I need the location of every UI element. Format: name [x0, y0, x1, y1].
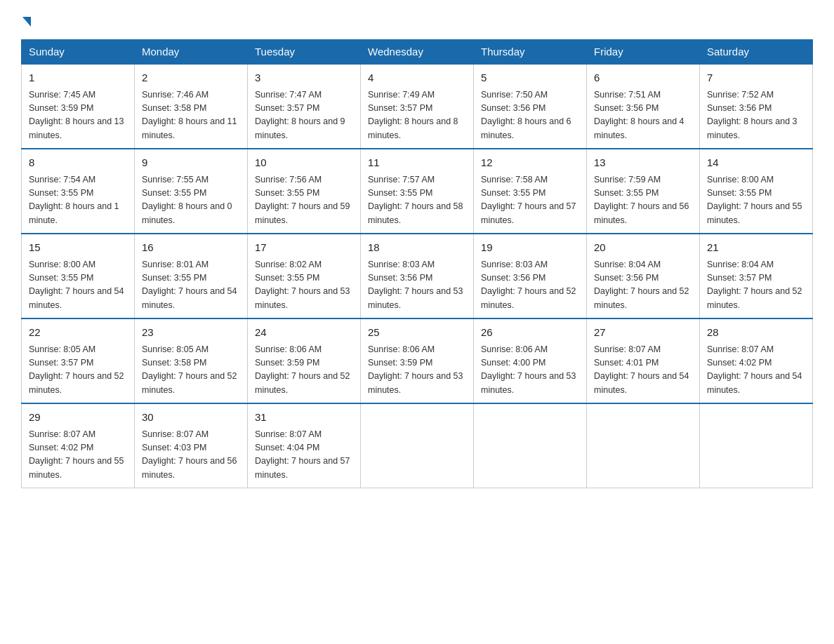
day-number: 27	[594, 325, 692, 341]
day-info: Sunrise: 8:06 AMSunset: 3:59 PMDaylight:…	[368, 343, 466, 398]
calendar-cell: 27Sunrise: 8:07 AMSunset: 4:01 PMDayligh…	[587, 318, 700, 403]
calendar-cell	[474, 403, 587, 488]
day-number: 22	[29, 325, 127, 341]
calendar-cell: 20Sunrise: 8:04 AMSunset: 3:56 PMDayligh…	[587, 234, 700, 318]
col-header-friday: Friday	[587, 40, 700, 65]
day-info: Sunrise: 7:49 AMSunset: 3:57 PMDaylight:…	[368, 88, 466, 143]
calendar-cell: 4Sunrise: 7:49 AMSunset: 3:57 PMDaylight…	[361, 64, 474, 149]
day-info: Sunrise: 8:04 AMSunset: 3:56 PMDaylight:…	[594, 258, 692, 313]
calendar-cell: 29Sunrise: 8:07 AMSunset: 4:02 PMDayligh…	[22, 403, 135, 488]
calendar-cell: 19Sunrise: 8:03 AMSunset: 3:56 PMDayligh…	[474, 234, 587, 318]
day-number: 20	[594, 240, 692, 256]
calendar-cell: 17Sunrise: 8:02 AMSunset: 3:55 PMDayligh…	[248, 234, 361, 318]
day-info: Sunrise: 8:01 AMSunset: 3:55 PMDaylight:…	[142, 258, 240, 313]
calendar-cell: 6Sunrise: 7:51 AMSunset: 3:56 PMDaylight…	[587, 64, 700, 149]
calendar-cell: 16Sunrise: 8:01 AMSunset: 3:55 PMDayligh…	[135, 234, 248, 318]
day-info: Sunrise: 8:05 AMSunset: 3:57 PMDaylight:…	[29, 343, 127, 398]
calendar-cell: 11Sunrise: 7:57 AMSunset: 3:55 PMDayligh…	[361, 149, 474, 234]
day-number: 17	[255, 240, 353, 256]
logo-arrow-icon	[22, 17, 31, 27]
day-number: 7	[707, 70, 805, 86]
calendar-week-row: 22Sunrise: 8:05 AMSunset: 3:57 PMDayligh…	[22, 318, 813, 403]
day-info: Sunrise: 8:07 AMSunset: 4:03 PMDaylight:…	[142, 428, 240, 483]
calendar-cell: 25Sunrise: 8:06 AMSunset: 3:59 PMDayligh…	[361, 318, 474, 403]
calendar-cell: 24Sunrise: 8:06 AMSunset: 3:59 PMDayligh…	[248, 318, 361, 403]
day-info: Sunrise: 8:05 AMSunset: 3:58 PMDaylight:…	[142, 343, 240, 398]
day-number: 18	[368, 240, 466, 256]
calendar-table: SundayMondayTuesdayWednesdayThursdayFrid…	[21, 39, 813, 488]
col-header-wednesday: Wednesday	[361, 40, 474, 65]
day-number: 1	[29, 70, 127, 86]
calendar-cell: 23Sunrise: 8:05 AMSunset: 3:58 PMDayligh…	[135, 318, 248, 403]
day-info: Sunrise: 7:46 AMSunset: 3:58 PMDaylight:…	[142, 88, 240, 143]
day-number: 11	[368, 155, 466, 171]
calendar-cell: 21Sunrise: 8:04 AMSunset: 3:57 PMDayligh…	[700, 234, 813, 318]
calendar-cell: 13Sunrise: 7:59 AMSunset: 3:55 PMDayligh…	[587, 149, 700, 234]
calendar-cell: 3Sunrise: 7:47 AMSunset: 3:57 PMDaylight…	[248, 64, 361, 149]
calendar-week-row: 1Sunrise: 7:45 AMSunset: 3:59 PMDaylight…	[22, 64, 813, 149]
day-info: Sunrise: 8:07 AMSunset: 4:04 PMDaylight:…	[255, 428, 353, 483]
calendar-cell: 31Sunrise: 8:07 AMSunset: 4:04 PMDayligh…	[248, 403, 361, 488]
day-info: Sunrise: 7:54 AMSunset: 3:55 PMDaylight:…	[29, 173, 127, 228]
calendar-cell: 8Sunrise: 7:54 AMSunset: 3:55 PMDaylight…	[22, 149, 135, 234]
day-info: Sunrise: 7:59 AMSunset: 3:55 PMDaylight:…	[594, 173, 692, 228]
calendar-cell: 1Sunrise: 7:45 AMSunset: 3:59 PMDaylight…	[22, 64, 135, 149]
day-info: Sunrise: 8:00 AMSunset: 3:55 PMDaylight:…	[707, 173, 805, 228]
day-number: 8	[29, 155, 127, 171]
calendar-week-row: 15Sunrise: 8:00 AMSunset: 3:55 PMDayligh…	[22, 234, 813, 318]
day-number: 12	[481, 155, 579, 171]
col-header-sunday: Sunday	[22, 40, 135, 65]
day-number: 9	[142, 155, 240, 171]
day-info: Sunrise: 7:56 AMSunset: 3:55 PMDaylight:…	[255, 173, 353, 228]
calendar-cell: 12Sunrise: 7:58 AMSunset: 3:55 PMDayligh…	[474, 149, 587, 234]
calendar-cell	[361, 403, 474, 488]
calendar-week-row: 8Sunrise: 7:54 AMSunset: 3:55 PMDaylight…	[22, 149, 813, 234]
calendar-cell	[587, 403, 700, 488]
day-info: Sunrise: 8:07 AMSunset: 4:01 PMDaylight:…	[594, 343, 692, 398]
calendar-cell: 7Sunrise: 7:52 AMSunset: 3:56 PMDaylight…	[700, 64, 813, 149]
day-number: 3	[255, 70, 353, 86]
day-number: 25	[368, 325, 466, 341]
calendar-cell: 15Sunrise: 8:00 AMSunset: 3:55 PMDayligh…	[22, 234, 135, 318]
calendar-cell: 10Sunrise: 7:56 AMSunset: 3:55 PMDayligh…	[248, 149, 361, 234]
day-info: Sunrise: 8:06 AMSunset: 3:59 PMDaylight:…	[255, 343, 353, 398]
day-number: 5	[481, 70, 579, 86]
day-info: Sunrise: 7:55 AMSunset: 3:55 PMDaylight:…	[142, 173, 240, 228]
calendar-cell: 28Sunrise: 8:07 AMSunset: 4:02 PMDayligh…	[700, 318, 813, 403]
day-info: Sunrise: 8:03 AMSunset: 3:56 PMDaylight:…	[368, 258, 466, 313]
logo	[21, 14, 31, 27]
day-info: Sunrise: 8:06 AMSunset: 4:00 PMDaylight:…	[481, 343, 579, 398]
calendar-cell	[700, 403, 813, 488]
day-number: 24	[255, 325, 353, 341]
col-header-saturday: Saturday	[700, 40, 813, 65]
day-number: 30	[142, 410, 240, 426]
day-info: Sunrise: 7:47 AMSunset: 3:57 PMDaylight:…	[255, 88, 353, 143]
day-number: 26	[481, 325, 579, 341]
col-header-monday: Monday	[135, 40, 248, 65]
day-number: 23	[142, 325, 240, 341]
day-number: 4	[368, 70, 466, 86]
day-number: 2	[142, 70, 240, 86]
calendar-cell: 5Sunrise: 7:50 AMSunset: 3:56 PMDaylight…	[474, 64, 587, 149]
day-info: Sunrise: 7:51 AMSunset: 3:56 PMDaylight:…	[594, 88, 692, 143]
day-info: Sunrise: 8:03 AMSunset: 3:56 PMDaylight:…	[481, 258, 579, 313]
calendar-cell: 14Sunrise: 8:00 AMSunset: 3:55 PMDayligh…	[700, 149, 813, 234]
day-info: Sunrise: 7:52 AMSunset: 3:56 PMDaylight:…	[707, 88, 805, 143]
day-number: 29	[29, 410, 127, 426]
day-number: 10	[255, 155, 353, 171]
day-info: Sunrise: 8:07 AMSunset: 4:02 PMDaylight:…	[707, 343, 805, 398]
calendar-cell: 22Sunrise: 8:05 AMSunset: 3:57 PMDayligh…	[22, 318, 135, 403]
day-info: Sunrise: 7:45 AMSunset: 3:59 PMDaylight:…	[29, 88, 127, 143]
day-number: 28	[707, 325, 805, 341]
page-header	[21, 14, 813, 27]
day-number: 14	[707, 155, 805, 171]
calendar-cell: 9Sunrise: 7:55 AMSunset: 3:55 PMDaylight…	[135, 149, 248, 234]
day-info: Sunrise: 8:04 AMSunset: 3:57 PMDaylight:…	[707, 258, 805, 313]
day-number: 19	[481, 240, 579, 256]
day-number: 21	[707, 240, 805, 256]
calendar-cell: 18Sunrise: 8:03 AMSunset: 3:56 PMDayligh…	[361, 234, 474, 318]
day-info: Sunrise: 8:00 AMSunset: 3:55 PMDaylight:…	[29, 258, 127, 313]
day-number: 13	[594, 155, 692, 171]
calendar-week-row: 29Sunrise: 8:07 AMSunset: 4:02 PMDayligh…	[22, 403, 813, 488]
calendar-cell: 2Sunrise: 7:46 AMSunset: 3:58 PMDaylight…	[135, 64, 248, 149]
